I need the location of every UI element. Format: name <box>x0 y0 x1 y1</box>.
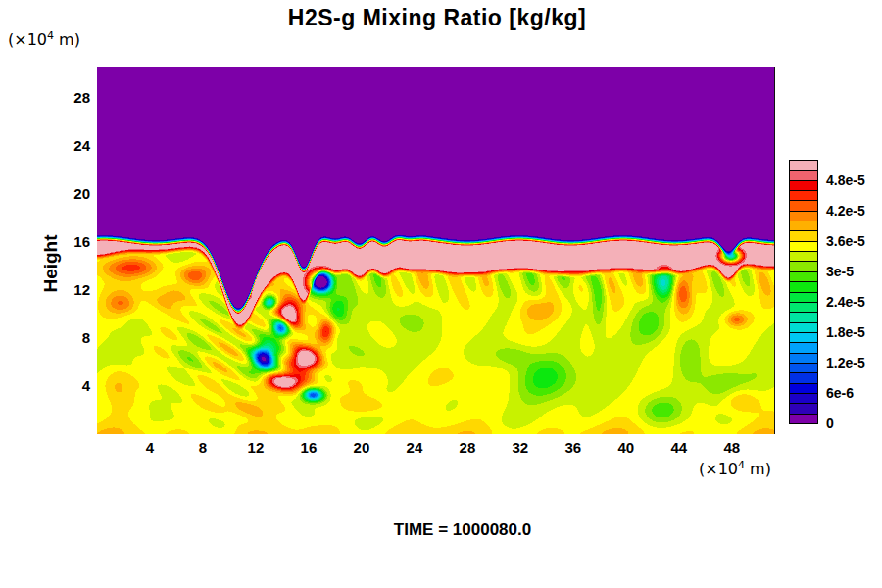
x-tick-label: 24 <box>401 439 428 456</box>
x-tick-label: 40 <box>612 439 640 456</box>
x-tick-label: 8 <box>189 439 217 456</box>
heatmap-canvas <box>97 67 774 434</box>
colorbar-tick-label: 4.8e-5 <box>826 172 865 188</box>
colorbar-tick-label: 4.2e-5 <box>826 203 865 219</box>
colorbar-tick-label: 0 <box>826 416 834 431</box>
y-tick-label: 8 <box>51 329 90 346</box>
colorbar-tick-label: 2.4e-5 <box>826 294 865 310</box>
figure: H2S-g Mixing Ratio [kg/kg] (×104 m) Heig… <box>0 0 882 588</box>
x-tick-label: 12 <box>242 439 270 456</box>
chart-title: H2S-g Mixing Ratio [kg/kg] <box>0 5 874 31</box>
x-tick-label: 20 <box>348 439 375 456</box>
x-tick-label: 16 <box>295 439 322 456</box>
x-tick-label: 32 <box>507 439 534 456</box>
colorbar-tick-label: 1.2e-5 <box>826 355 865 370</box>
y-axis-title: Height <box>40 205 62 322</box>
time-annotation: TIME = 1000080.0 <box>41 520 882 540</box>
colorbar <box>789 160 818 423</box>
x-axis-unit-label: (×104 m) <box>699 459 771 478</box>
colorbar-tick-label: 1.8e-5 <box>826 324 865 340</box>
y-tick-label: 24 <box>51 137 90 154</box>
x-tick-label: 28 <box>454 439 481 456</box>
y-axis-unit-label: (×104 m) <box>8 29 80 49</box>
colorbar-tick-label: 3e-5 <box>826 264 854 279</box>
x-tick-label: 4 <box>136 439 164 456</box>
y-tick-label: 16 <box>51 233 90 250</box>
colorbar-tick-label: 3.6e-5 <box>826 233 865 249</box>
colorbar-tick-label: 6e-6 <box>826 385 854 401</box>
x-tick-label: 44 <box>665 439 693 456</box>
y-tick-label: 4 <box>51 377 90 394</box>
y-tick-label: 12 <box>51 281 90 298</box>
y-tick-label: 28 <box>51 89 90 106</box>
x-tick-label: 48 <box>718 439 746 456</box>
colorbar-segment <box>789 414 818 424</box>
x-tick-label: 36 <box>560 439 587 456</box>
y-tick-label: 20 <box>51 185 90 202</box>
heatmap-plot-area <box>97 67 775 434</box>
